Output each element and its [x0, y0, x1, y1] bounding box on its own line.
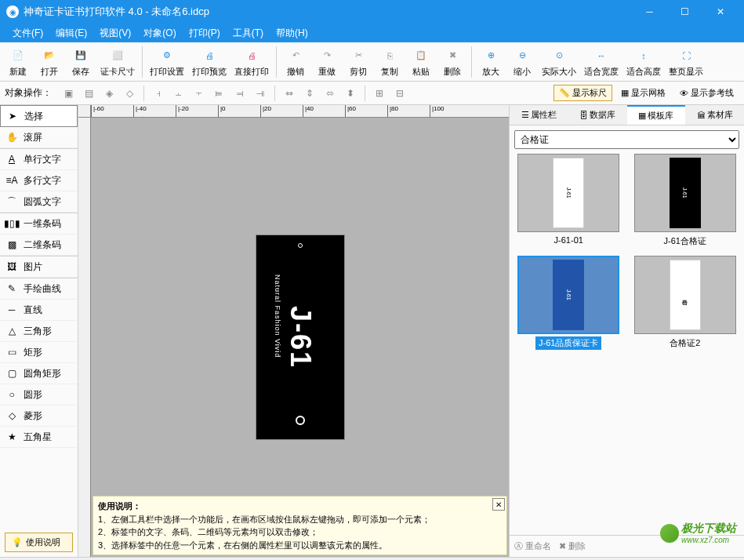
statusbar: 神奇证卡证书打印软件 4.0 缩放：24% 页面尺寸：40.0 毫米 x 93.… — [0, 557, 744, 560]
preview-icon: 🖨 — [200, 46, 219, 65]
printset-icon: ⚙ — [158, 46, 176, 65]
rect-icon: ▭ — [5, 345, 19, 359]
align-right-icon[interactable]: ⫟ — [191, 85, 208, 102]
layer-back-icon[interactable]: ▤ — [80, 85, 97, 102]
tool-barcode-2d[interactable]: ▩二维条码 — [0, 235, 78, 256]
maximize-button[interactable]: ☐ — [667, 0, 702, 24]
tool-image[interactable]: 🖼图片 — [0, 256, 78, 278]
delete-template-button[interactable]: ✖删除 — [559, 540, 586, 552]
same-height-icon[interactable]: ⬍ — [342, 85, 359, 102]
open-icon: 📂 — [40, 46, 59, 65]
menu-file[interactable]: 文件(F) — [6, 25, 49, 42]
ruler-vertical — [78, 118, 91, 557]
cardsize-button[interactable]: ⬜证卡尺寸 — [97, 45, 138, 79]
tool-star[interactable]: ★五角星 — [0, 427, 78, 448]
tool-rect[interactable]: ▭矩形 — [0, 342, 78, 363]
open-button[interactable]: 📂打开 — [34, 45, 64, 79]
preview-button[interactable]: 🖨打印预览 — [189, 45, 230, 79]
tool-barcode-1d[interactable]: ▮▯▮一维条码 — [0, 213, 78, 235]
tool-freehand[interactable]: ✎手绘曲线 — [0, 278, 78, 300]
show-guide-toggle[interactable]: 👁显示参考线 — [674, 85, 739, 101]
align-bottom-icon[interactable]: ⫣ — [252, 85, 269, 102]
card-design[interactable]: J-61 Natural Fashion Vivid — [256, 235, 344, 439]
tab-database[interactable]: 🗄数据库 — [568, 105, 627, 125]
new-button[interactable]: 📄新建 — [3, 45, 33, 79]
zoomout-button[interactable]: ⊖缩小 — [507, 45, 537, 79]
props-icon: ☰ — [521, 110, 529, 120]
layer-up-icon[interactable]: ◈ — [100, 85, 118, 102]
menu-tool[interactable]: 工具(T) — [227, 25, 270, 42]
fitheight-icon: ↕ — [634, 46, 653, 65]
fitwidth-button[interactable]: ↔适合宽度 — [581, 45, 622, 79]
card-main-text[interactable]: J-61 — [284, 306, 317, 369]
paste-button[interactable]: 📋粘贴 — [406, 45, 436, 79]
menu-edit[interactable]: 编辑(E) — [49, 25, 93, 42]
layer-front-icon[interactable]: ▣ — [60, 85, 77, 102]
tab-materials[interactable]: 🏛素材库 — [685, 105, 744, 125]
tool-arc-text[interactable]: ⌒圆弧文字 — [0, 191, 78, 213]
cardsize-icon: ⬜ — [108, 46, 127, 65]
instructions-close-button[interactable]: ✕ — [492, 498, 505, 511]
actualsize-icon: ⊙ — [550, 46, 568, 65]
fitpage-button[interactable]: ⛶整页显示 — [666, 45, 706, 79]
db-icon: 🗄 — [579, 111, 588, 120]
fitheight-button[interactable]: ↕适合高度 — [623, 45, 664, 79]
roundrect-icon: ▢ — [5, 366, 19, 380]
instructions-button[interactable]: 💡使用说明 — [5, 533, 73, 552]
canvas-area[interactable]: |-60|-40|-20|0|20|40|60|80|100 J-61 Natu… — [78, 105, 509, 557]
tool-diamond[interactable]: ◇菱形 — [0, 405, 78, 427]
printset-button[interactable]: ⚙打印设置 — [147, 45, 187, 79]
tab-templates[interactable]: ▦模板库 — [627, 105, 686, 125]
copy-button[interactable]: ⎘复制 — [375, 45, 405, 79]
cut-button[interactable]: ✂剪切 — [343, 45, 373, 79]
actualsize-button[interactable]: ⊙实际大小 — [539, 45, 579, 79]
redo-button[interactable]: ↷重做 — [312, 45, 342, 79]
tool-circle[interactable]: ○圆形 — [0, 384, 78, 405]
directprint-button[interactable]: 🖨直接打印 — [231, 45, 272, 79]
delete-button[interactable]: ✖删除 — [437, 45, 467, 79]
redo-icon: ↷ — [318, 46, 336, 65]
show-ruler-toggle[interactable]: 📏显示标尺 — [553, 85, 612, 101]
tool-pan[interactable]: ✋滚屏 — [0, 127, 78, 148]
fitwidth-icon: ↔ — [592, 46, 611, 65]
tool-text-multi[interactable]: ≡A多行文字 — [0, 170, 78, 191]
menu-object[interactable]: 对象(O) — [137, 25, 182, 42]
align-middle-icon[interactable]: ⫤ — [231, 85, 249, 102]
layer-down-icon[interactable]: ◇ — [121, 85, 138, 102]
save-button[interactable]: 💾保存 — [66, 45, 96, 79]
menu-help[interactable]: 帮助(H) — [270, 25, 314, 42]
menu-view[interactable]: 视图(V) — [93, 25, 137, 42]
same-width-icon[interactable]: ⬄ — [321, 85, 339, 102]
qrcode-icon: ▩ — [5, 238, 19, 252]
tool-roundrect[interactable]: ▢圆角矩形 — [0, 363, 78, 384]
tab-properties[interactable]: ☰属性栏 — [510, 105, 568, 125]
align-left-icon[interactable]: ⫞ — [150, 85, 167, 102]
material-icon: 🏛 — [697, 111, 706, 120]
undo-button[interactable]: ↶撤销 — [281, 45, 310, 79]
card-sub-text[interactable]: Natural Fashion Vivid — [274, 275, 281, 358]
template-item-4[interactable]: 合格 合格证2 — [631, 256, 740, 350]
minimize-button[interactable]: ─ — [632, 0, 667, 24]
show-grid-toggle[interactable]: ▦显示网格 — [615, 85, 671, 101]
align-top-icon[interactable]: ⫢ — [211, 85, 228, 102]
dist-v-icon[interactable]: ⇕ — [301, 85, 318, 102]
zoomin-icon: ⊕ — [481, 46, 500, 65]
zoomin-button[interactable]: ⊕放大 — [476, 45, 506, 79]
template-category-select[interactable]: 合格证 — [514, 130, 739, 149]
diamond-icon: ◇ — [5, 409, 19, 423]
tool-select[interactable]: ➤选择 — [0, 105, 78, 127]
template-item-3[interactable]: J-61 J-61品质保证卡 — [514, 256, 623, 350]
group-icon[interactable]: ⊞ — [371, 85, 388, 102]
tool-triangle[interactable]: △三角形 — [0, 321, 78, 342]
template-item-1[interactable]: J-61 J-61-01 — [514, 154, 623, 248]
rename-button[interactable]: Ⓐ重命名 — [514, 540, 551, 552]
close-button[interactable]: ✕ — [702, 0, 738, 24]
ungroup-icon[interactable]: ⊟ — [391, 85, 408, 102]
dist-h-icon[interactable]: ⇔ — [281, 85, 298, 102]
tool-line[interactable]: ─直线 — [0, 300, 78, 321]
menu-print[interactable]: 打印(P) — [183, 25, 227, 42]
instructions-panel: ✕ 使用说明： 1、左侧工具栏中选择一个功能后，在画布区域按住鼠标左键拖动，即可… — [93, 496, 507, 555]
align-center-icon[interactable]: ⫠ — [170, 85, 187, 102]
tool-text-single[interactable]: A单行文字 — [0, 148, 78, 170]
template-item-2[interactable]: J-61 J-61合格证 — [631, 154, 740, 248]
